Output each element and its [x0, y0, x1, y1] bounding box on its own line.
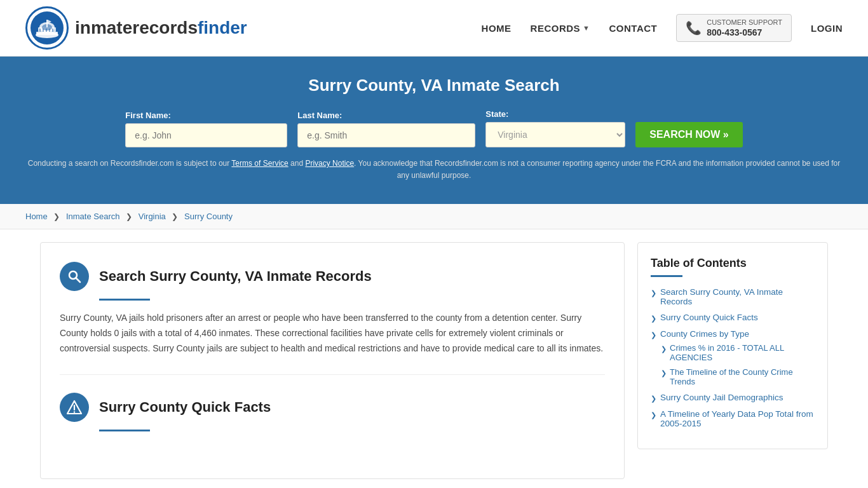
nav-contact[interactable]: CONTACT — [609, 23, 658, 34]
svg-line-14 — [76, 278, 81, 283]
nav-home[interactable]: HOME — [482, 23, 512, 34]
chevron-right-icon: ❯ — [661, 369, 667, 377]
state-group: State: Virginia — [485, 109, 625, 147]
privacy-link[interactable]: Privacy Notice — [305, 159, 354, 168]
toc-item-county-crimes: ❯ County Crimes by Type ❯ Crimes % in 20… — [651, 329, 815, 386]
nav-records[interactable]: RECORDS ▼ — [531, 23, 590, 34]
section-underline-2 — [99, 430, 150, 431]
warning-icon — [60, 393, 89, 422]
toc-sub-list-crimes: ❯ Crimes % in 2016 - TOTAL ALL AGENCIES … — [651, 343, 815, 386]
state-label: State: — [485, 109, 508, 119]
toc-sub-link-crimes-2016[interactable]: ❯ Crimes % in 2016 - TOTAL ALL AGENCIES — [661, 343, 815, 362]
sidebar: Table of Contents ❯ Search Surry County,… — [637, 242, 828, 449]
content-area: Search Surry County, VA Inmate Records S… — [40, 242, 625, 478]
search-form: First Name: Last Name: State: Virginia S… — [25, 109, 843, 147]
toc-link-inmate-records[interactable]: ❯ Search Surry County, VA Inmate Records — [651, 287, 815, 306]
main-nav: HOME RECORDS ▼ CONTACT 📞 CUSTOMER SUPPOR… — [482, 14, 843, 41]
first-name-input[interactable] — [125, 123, 287, 147]
logo-icon — [25, 6, 69, 50]
breadcrumb-home[interactable]: Home — [25, 212, 48, 221]
chevron-right-icon: ❯ — [651, 289, 656, 297]
toc-sub-item-crimes-2016: ❯ Crimes % in 2016 - TOTAL ALL AGENCIES — [661, 343, 815, 362]
svg-rect-8 — [39, 29, 41, 32]
login-button[interactable]: LOGIN — [811, 23, 843, 34]
svg-rect-11 — [49, 29, 50, 32]
svg-rect-12 — [52, 29, 53, 32]
breadcrumb-inmate-search[interactable]: Inmate Search — [66, 212, 120, 221]
logo-text: inmaterecordsfinder — [75, 18, 247, 38]
toc-sub-item-timeline-crime: ❯ The Timeline of the County Crime Trend… — [661, 367, 815, 386]
toc-item-inmate-records: ❯ Search Surry County, VA Inmate Records — [651, 287, 815, 306]
main-container: Search Surry County, VA Inmate Records S… — [27, 242, 841, 478]
quick-facts-section: Surry County Quick Facts — [60, 393, 605, 459]
breadcrumb-sep-3: ❯ — [172, 212, 178, 221]
logo-area: inmaterecordsfinder — [25, 6, 247, 50]
toc-link-county-crimes[interactable]: ❯ County Crimes by Type — [651, 329, 815, 339]
toc-link-jail-demographics[interactable]: ❯ Surry County Jail Demographics — [651, 393, 815, 403]
toc-sub-link-timeline-crime[interactable]: ❯ The Timeline of the County Crime Trend… — [661, 367, 815, 386]
toc-list: ❯ Search Surry County, VA Inmate Records… — [651, 287, 815, 428]
search-button[interactable]: SEARCH NOW » — [635, 122, 742, 147]
inmate-records-title: Search Surry County, VA Inmate Records — [99, 268, 372, 285]
hero-section: Surry County, VA Inmate Search First Nam… — [0, 57, 868, 204]
search-icon — [60, 262, 89, 291]
quick-facts-header: Surry County Quick Facts — [60, 393, 605, 422]
inmate-records-section: Search Surry County, VA Inmate Records S… — [60, 262, 605, 374]
toc-item-jail-demographics: ❯ Surry County Jail Demographics — [651, 393, 815, 403]
last-name-group: Last Name: — [297, 111, 475, 147]
last-name-label: Last Name: — [297, 111, 342, 120]
svg-rect-6 — [46, 20, 48, 27]
quick-facts-title: Surry County Quick Facts — [99, 399, 271, 416]
first-name-group: First Name: — [125, 111, 287, 147]
customer-support-box: 📞 CUSTOMER SUPPORT 800-433-0567 — [676, 14, 792, 41]
toc-underline — [651, 275, 682, 277]
support-info: CUSTOMER SUPPORT 800-433-0567 — [707, 18, 782, 37]
hero-title: Surry County, VA Inmate Search — [25, 76, 843, 95]
inmate-records-header: Search Surry County, VA Inmate Records — [60, 262, 605, 291]
toc-item-quick-facts: ❯ Surry County Quick Facts — [651, 313, 815, 323]
toc-link-yearly-data[interactable]: ❯ A Timeline of Yearly Data Pop Total fr… — [651, 409, 815, 428]
terms-link[interactable]: Terms of Service — [231, 159, 288, 168]
disclaimer-text: Conducting a search on Recordsfinder.com… — [25, 158, 843, 182]
svg-point-17 — [74, 411, 75, 412]
toc-link-quick-facts[interactable]: ❯ Surry County Quick Facts — [651, 313, 815, 323]
state-select[interactable]: Virginia — [485, 122, 625, 147]
toc-item-yearly-data: ❯ A Timeline of Yearly Data Pop Total fr… — [651, 409, 815, 428]
svg-rect-9 — [43, 29, 44, 32]
breadcrumb-state[interactable]: Virginia — [139, 212, 166, 221]
site-header: inmaterecordsfinder HOME RECORDS ▼ CONTA… — [0, 0, 868, 57]
section-underline-1 — [99, 299, 150, 301]
inmate-records-text: Surry County, VA jails hold prisoners af… — [60, 311, 605, 356]
last-name-input[interactable] — [297, 123, 475, 147]
chevron-right-icon: ❯ — [651, 411, 656, 419]
breadcrumb-county: Surry County — [184, 212, 233, 221]
chevron-right-icon: ❯ — [651, 395, 656, 403]
chevron-right-icon: ❯ — [651, 331, 656, 339]
chevron-down-icon: ▼ — [583, 24, 590, 32]
chevron-right-icon: ❯ — [651, 315, 656, 323]
toc-title: Table of Contents — [651, 257, 815, 270]
breadcrumb-sep-1: ❯ — [53, 212, 60, 221]
first-name-label: First Name: — [125, 111, 171, 120]
svg-rect-10 — [46, 29, 47, 32]
chevron-right-icon: ❯ — [661, 345, 667, 353]
phone-icon: 📞 — [686, 20, 702, 36]
breadcrumb-sep-2: ❯ — [126, 212, 132, 221]
breadcrumb: Home ❯ Inmate Search ❯ Virginia ❯ Surry … — [0, 204, 868, 229]
